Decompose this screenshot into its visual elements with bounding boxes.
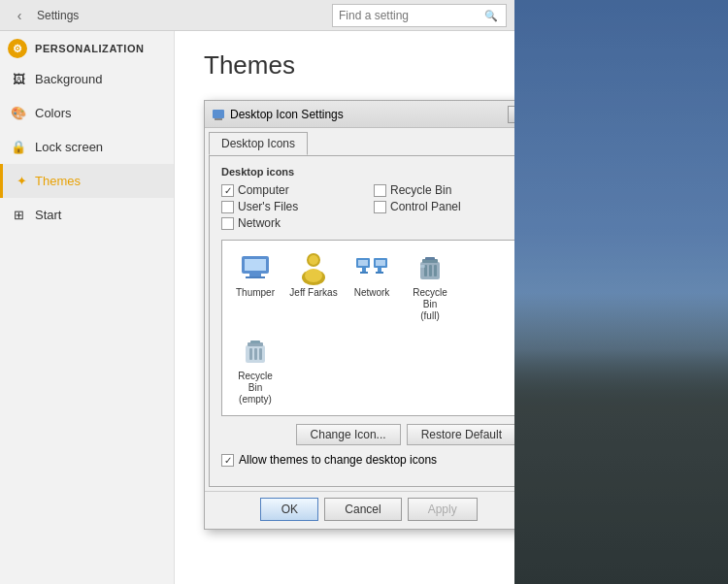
- checkbox-control-input[interactable]: [374, 201, 386, 213]
- svg-point-9: [305, 269, 322, 282]
- checkbox-computer[interactable]: Computer: [221, 183, 364, 197]
- dialog-tabs: Desktop Icons: [205, 128, 514, 155]
- svg-rect-27: [250, 341, 260, 343]
- checkbox-users-input[interactable]: [221, 201, 234, 213]
- dialog-close-button[interactable]: ✕: [508, 106, 514, 123]
- allow-themes-input[interactable]: [221, 454, 234, 467]
- recycle-empty-label: Recycle Bin (empty): [230, 371, 281, 406]
- svg-rect-30: [259, 348, 262, 360]
- settings-window: ‹ Settings 🔍 — □ ✕ ⚙ PERSONALIZATION 🖼 B…: [0, 0, 514, 584]
- jeff-farkas-label: Jeff Farkas: [289, 287, 337, 299]
- icon-recycle-bin-empty[interactable]: Recycle Bin (empty): [228, 330, 282, 409]
- icons-preview: Thumper: [221, 240, 514, 416]
- dialog-icon: [211, 107, 226, 122]
- svg-rect-20: [425, 257, 435, 260]
- svg-rect-4: [249, 274, 261, 276]
- back-button[interactable]: ‹: [8, 4, 31, 27]
- dialog-title: Desktop Icon Settings: [230, 108, 508, 121]
- page-title: Themes: [204, 50, 485, 81]
- svg-rect-0: [213, 110, 224, 118]
- sidebar: ⚙ PERSONALIZATION 🖼 Background 🎨 Colors …: [0, 31, 175, 584]
- title-bar: ‹ Settings 🔍 — □ ✕: [0, 0, 514, 31]
- tab-desktop-icons[interactable]: Desktop Icons: [209, 132, 308, 155]
- thumper-label: Thumper: [236, 287, 275, 299]
- main-content: ⚙ PERSONALIZATION 🖼 Background 🎨 Colors …: [0, 31, 514, 584]
- icon-recycle-bin-full[interactable]: Recycle Bin (full): [403, 246, 457, 326]
- themes-icon: ✦: [13, 173, 30, 190]
- sidebar-item-start[interactable]: ⊞ Start: [0, 198, 174, 232]
- recycle-empty-image: [238, 334, 273, 369]
- background-icon: 🖼: [10, 71, 27, 88]
- svg-rect-5: [246, 276, 265, 278]
- checkbox-computer-input[interactable]: [221, 184, 234, 197]
- svg-rect-3: [245, 259, 266, 271]
- dialog-body: Desktop icons Computer Recycle Bin: [209, 155, 514, 487]
- svg-rect-16: [360, 272, 368, 274]
- checkbox-recycle-bin[interactable]: Recycle Bin: [374, 183, 514, 197]
- sidebar-item-background[interactable]: 🖼 Background: [0, 62, 174, 96]
- search-bar[interactable]: 🔍: [332, 4, 507, 27]
- icon-network[interactable]: Network: [345, 246, 399, 326]
- sidebar-item-colors[interactable]: 🎨 Colors: [0, 96, 174, 130]
- checkbox-network-input[interactable]: [221, 217, 234, 230]
- cancel-button[interactable]: Cancel: [324, 498, 401, 521]
- svg-rect-29: [254, 348, 257, 360]
- dialog-footer: OK Cancel Apply: [205, 491, 514, 529]
- gear-icon: ⚙: [8, 39, 27, 58]
- dialog-titlebar: Desktop Icon Settings ✕: [205, 101, 514, 128]
- svg-rect-14: [362, 268, 366, 272]
- sidebar-branding: ⚙ PERSONALIZATION: [0, 31, 174, 62]
- thumper-image: [238, 250, 273, 285]
- network-label: Network: [354, 287, 390, 299]
- lock-icon: 🔒: [10, 139, 27, 156]
- checkbox-users-files[interactable]: User's Files: [221, 200, 364, 213]
- sidebar-item-lock-screen[interactable]: 🔒 Lock screen: [0, 130, 174, 164]
- section-label: Desktop icons: [221, 166, 514, 178]
- ok-button[interactable]: OK: [260, 498, 318, 521]
- sidebar-item-themes[interactable]: ✦ Themes: [0, 164, 174, 198]
- change-restore-buttons: Change Icon... Restore Default: [221, 424, 514, 445]
- svg-rect-23: [434, 265, 437, 276]
- window-title: Settings: [37, 9, 373, 22]
- restore-default-button[interactable]: Restore Default: [407, 424, 514, 445]
- network-image: [354, 250, 389, 285]
- checkbox-recycle-input[interactable]: [374, 184, 386, 197]
- svg-rect-17: [376, 272, 383, 274]
- colors-icon: 🎨: [10, 105, 27, 122]
- recycle-full-image: [413, 250, 447, 285]
- svg-rect-22: [429, 265, 432, 276]
- apply-button[interactable]: Apply: [408, 498, 478, 521]
- recycle-full-label: Recycle Bin (full): [405, 287, 455, 322]
- search-input[interactable]: [339, 9, 484, 22]
- svg-rect-1: [215, 118, 222, 120]
- svg-rect-28: [249, 348, 252, 360]
- jeff-farkas-image: [296, 250, 331, 285]
- icon-thumper[interactable]: Thumper: [228, 246, 282, 326]
- allow-themes-checkbox[interactable]: Allow themes to change desktop icons: [221, 453, 514, 467]
- page-content: Themes Desktop Icon Settings ✕ Desktop I…: [175, 31, 514, 584]
- checkboxes-group: Computer Recycle Bin User's Files C: [221, 183, 514, 230]
- svg-rect-12: [358, 260, 368, 266]
- svg-rect-15: [378, 268, 381, 272]
- desktop-icon-settings-dialog: Desktop Icon Settings ✕ Desktop Icons De…: [204, 100, 514, 530]
- checkbox-control-panel[interactable]: Control Panel: [374, 200, 514, 213]
- svg-point-8: [309, 255, 318, 265]
- svg-rect-24: [420, 265, 425, 268]
- start-icon: ⊞: [10, 207, 27, 224]
- search-icon: 🔍: [484, 10, 498, 22]
- change-icon-button[interactable]: Change Icon...: [296, 424, 401, 445]
- checkbox-network[interactable]: Network: [221, 216, 364, 230]
- svg-rect-13: [376, 260, 385, 266]
- icon-jeff-farkas[interactable]: Jeff Farkas: [286, 246, 341, 326]
